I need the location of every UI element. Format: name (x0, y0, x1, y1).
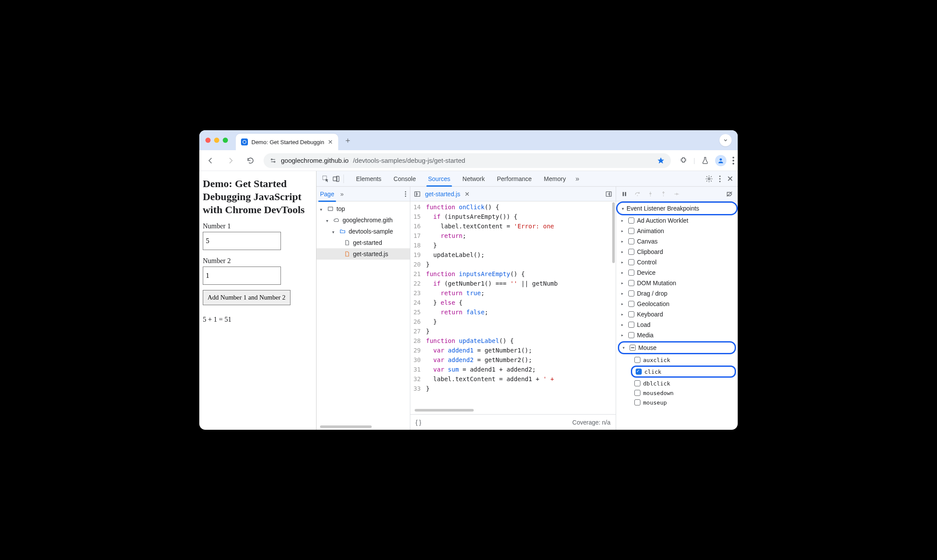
line-number[interactable]: 21 (410, 269, 426, 279)
line-number[interactable]: 33 (410, 384, 426, 393)
code-line[interactable]: 29 var addend1 = getNumber1(); (410, 346, 616, 355)
line-number[interactable]: 23 (410, 288, 426, 298)
line-number[interactable]: 22 (410, 279, 426, 288)
code-line[interactable]: 30 var addend2 = getNumber2(); (410, 355, 616, 365)
line-number[interactable]: 19 (410, 250, 426, 260)
number1-input[interactable] (203, 232, 281, 250)
checkbox[interactable] (634, 357, 640, 363)
elb-category-geolocation[interactable]: Geolocation (616, 299, 738, 309)
checkbox[interactable] (634, 399, 640, 405)
devtools-tab-performance[interactable]: Performance (491, 171, 538, 186)
browser-tab[interactable]: Demo: Get Started Debuggin ✕ (236, 134, 338, 150)
code-line[interactable]: 14function onClick() { (410, 202, 616, 212)
tree-file-html[interactable]: get-started (317, 237, 410, 248)
checkbox[interactable] (634, 380, 640, 386)
elb-event-dblclick[interactable]: dblclick (616, 379, 738, 388)
checkbox[interactable] (634, 390, 640, 396)
elb-category-keyboard[interactable]: Keyboard (616, 309, 738, 320)
devtools-tab-memory[interactable]: Memory (538, 171, 572, 186)
checkbox[interactable] (628, 228, 634, 234)
editor-vertical-scrollbar[interactable] (612, 202, 615, 329)
elb-category-animation[interactable]: Animation (616, 226, 738, 236)
devtools-close-icon[interactable]: ✕ (727, 174, 733, 184)
devtools-tab-sources[interactable]: Sources (422, 171, 456, 186)
code-line[interactable]: 21function inputsAreEmpty() { (410, 269, 616, 279)
checkbox[interactable] (628, 301, 634, 307)
elb-event-mousedown[interactable]: mousedown (616, 388, 738, 398)
tab-close-icon[interactable]: ✕ (328, 138, 333, 145)
devtools-tab-network[interactable]: Network (456, 171, 491, 186)
bookmark-star-icon[interactable] (657, 157, 665, 165)
reload-button[interactable] (244, 154, 257, 168)
profile-avatar[interactable] (715, 155, 726, 166)
line-number[interactable]: 30 (410, 355, 426, 365)
code-line[interactable]: 25 return false; (410, 307, 616, 317)
navigator-horizontal-scrollbar[interactable] (320, 425, 406, 428)
elb-category-device[interactable]: Device (616, 267, 738, 278)
step-into-button[interactable] (647, 190, 654, 198)
elb-event-mouseup[interactable]: mouseup (616, 398, 738, 407)
tree-folder[interactable]: devtools-sample (317, 226, 410, 237)
devtools-settings-icon[interactable] (705, 175, 713, 183)
line-number[interactable]: 29 (410, 346, 426, 355)
line-number[interactable]: 32 (410, 374, 426, 384)
inspect-element-icon[interactable] (321, 174, 330, 184)
tree-top-frame[interactable]: top (317, 203, 410, 214)
line-number[interactable]: 17 (410, 231, 426, 240)
checkbox[interactable] (630, 345, 636, 351)
checkbox[interactable] (628, 332, 634, 338)
step-button[interactable] (673, 190, 680, 198)
line-number[interactable]: 20 (410, 260, 426, 269)
code-line[interactable]: 23 return true; (410, 288, 616, 298)
elb-category-load[interactable]: Load (616, 320, 738, 330)
code-line[interactable]: 15 if (inputsAreEmpty()) { (410, 212, 616, 221)
line-number[interactable]: 26 (410, 317, 426, 326)
toggle-debugger-icon[interactable] (605, 191, 612, 198)
navigator-tab-page[interactable]: Page (320, 191, 334, 198)
navigator-menu-icon[interactable] (405, 191, 406, 197)
window-minimize-button[interactable] (214, 138, 219, 143)
navigator-tabs-overflow-icon[interactable]: » (340, 191, 344, 198)
checkbox[interactable] (628, 280, 634, 286)
step-over-button[interactable] (633, 190, 641, 198)
tree-domain[interactable]: googlechrome.gith (317, 214, 410, 226)
forward-button[interactable] (224, 154, 238, 168)
address-bar[interactable]: googlechrome.github.io/devtools-samples/… (264, 153, 671, 168)
checkbox[interactable] (628, 311, 634, 317)
code-line[interactable]: 24 } else { (410, 298, 616, 307)
checkbox[interactable] (636, 369, 642, 375)
line-number[interactable]: 24 (410, 298, 426, 307)
chrome-menu-icon[interactable] (732, 157, 734, 165)
tabs-dropdown-button[interactable] (719, 134, 732, 146)
elb-event-auxclick[interactable]: auxclick (616, 355, 738, 365)
line-number[interactable]: 15 (410, 212, 426, 221)
line-number[interactable]: 28 (410, 336, 426, 346)
devtools-tab-console[interactable]: Console (387, 171, 422, 186)
code-line[interactable]: 17 return; (410, 231, 616, 240)
line-number[interactable]: 31 (410, 365, 426, 374)
editor-tab-filename[interactable]: get-started.js (425, 191, 460, 198)
line-number[interactable]: 18 (410, 240, 426, 250)
elb-category-drag-drop[interactable]: Drag / drop (616, 288, 738, 299)
toggle-navigator-icon[interactable] (414, 191, 421, 198)
elb-category-canvas[interactable]: Canvas (616, 236, 738, 247)
devtools-tab-elements[interactable]: Elements (350, 171, 387, 186)
line-number[interactable]: 27 (410, 326, 426, 336)
elb-category-dom-mutation[interactable]: DOM Mutation (616, 278, 738, 288)
code-line[interactable]: 31 var sum = addend1 + addend2; (410, 365, 616, 374)
elb-category-media[interactable]: Media (616, 330, 738, 340)
window-close-button[interactable] (205, 138, 211, 143)
add-button[interactable]: Add Number 1 and Number 2 (203, 290, 290, 305)
editor-horizontal-scrollbar[interactable] (415, 409, 611, 412)
code-line[interactable]: 19 updateLabel(); (410, 250, 616, 260)
pretty-print-icon[interactable]: { } (416, 419, 421, 426)
checkbox[interactable] (628, 217, 634, 224)
step-out-button[interactable] (660, 190, 667, 198)
number2-input[interactable] (203, 267, 281, 285)
deactivate-breakpoints-button[interactable] (726, 190, 733, 198)
code-line[interactable]: 20} (410, 260, 616, 269)
code-line[interactable]: 22 if (getNumber1() === '' || getNumb (410, 279, 616, 288)
code-line[interactable]: 26 } (410, 317, 616, 326)
devtools-menu-icon[interactable] (719, 175, 721, 182)
elb-category-ad-auction-worklet[interactable]: Ad Auction Worklet (616, 215, 738, 226)
